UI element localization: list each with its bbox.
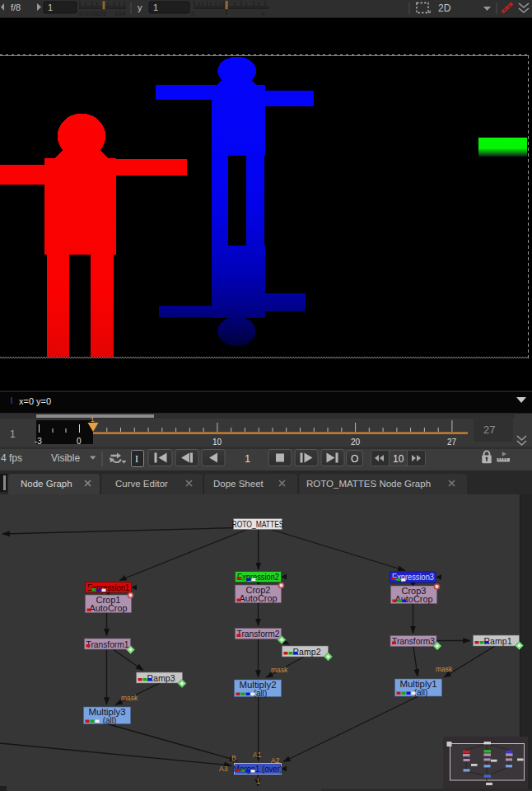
svg-text:Visible: Visible — [51, 452, 80, 464]
svg-text:B: B — [231, 754, 236, 762]
svg-text:1: 1 — [153, 2, 158, 12]
svg-text:Dope Sheet: Dope Sheet — [213, 479, 264, 489]
svg-text:0: 0 — [77, 437, 82, 446]
svg-text:mask: mask — [271, 666, 288, 674]
svg-text:Node Graph: Node Graph — [21, 479, 72, 489]
svg-text:mask: mask — [121, 694, 138, 702]
svg-text:-3: -3 — [35, 437, 42, 446]
svg-text:10: 10 — [393, 453, 404, 465]
svg-text:27: 27 — [447, 438, 457, 447]
svg-text:(all): (all) — [103, 716, 117, 725]
svg-text:Transform1: Transform1 — [86, 639, 129, 649]
svg-text:0: 0 — [191, 10, 195, 17]
svg-text:Transform2: Transform2 — [237, 629, 280, 639]
svg-text:AutoCrop: AutoCrop — [90, 603, 128, 613]
svg-text:1: 1 — [10, 428, 16, 440]
svg-text:(all): (all) — [254, 689, 268, 698]
svg-text:Curve Editor: Curve Editor — [115, 479, 168, 489]
svg-text:AutoCrop: AutoCrop — [395, 594, 433, 604]
svg-text:10: 10 — [212, 438, 222, 447]
svg-text:20: 20 — [351, 438, 361, 447]
svg-text:O: O — [351, 453, 358, 465]
svg-text:(all): (all) — [414, 688, 428, 697]
svg-text:Ramp3: Ramp3 — [147, 673, 175, 683]
svg-text:Merge1 (over): Merge1 (over) — [233, 764, 282, 774]
svg-text:1: 1 — [256, 777, 260, 785]
svg-text:27: 27 — [483, 424, 495, 436]
svg-text:ROTO_MATTES Node Graph: ROTO_MATTES Node Graph — [306, 479, 431, 489]
svg-text:ROTO_MATTES: ROTO_MATTES — [231, 519, 283, 530]
svg-text:A3: A3 — [219, 765, 228, 773]
svg-text:4: 4 — [261, 10, 265, 17]
svg-text:1: 1 — [48, 2, 53, 12]
svg-text:f/8: f/8 — [11, 2, 21, 12]
svg-text:mask: mask — [436, 665, 453, 673]
svg-text:0.015625: 0.015625 — [79, 10, 107, 17]
svg-text:Transform3: Transform3 — [392, 636, 435, 646]
svg-text:2D: 2D — [438, 2, 451, 14]
svg-text:I: I — [135, 453, 138, 465]
svg-text:164: 164 — [114, 10, 126, 17]
svg-text:4 fps: 4 fps — [1, 452, 22, 464]
svg-text:Ramp2: Ramp2 — [293, 647, 321, 657]
svg-text:1: 1 — [245, 452, 250, 465]
svg-text:Ramp1: Ramp1 — [484, 636, 512, 646]
svg-text:A1: A1 — [253, 751, 262, 759]
svg-text:y: y — [138, 2, 142, 12]
svg-text:1: 1 — [91, 415, 95, 424]
svg-text:AutoCrop: AutoCrop — [240, 593, 278, 603]
